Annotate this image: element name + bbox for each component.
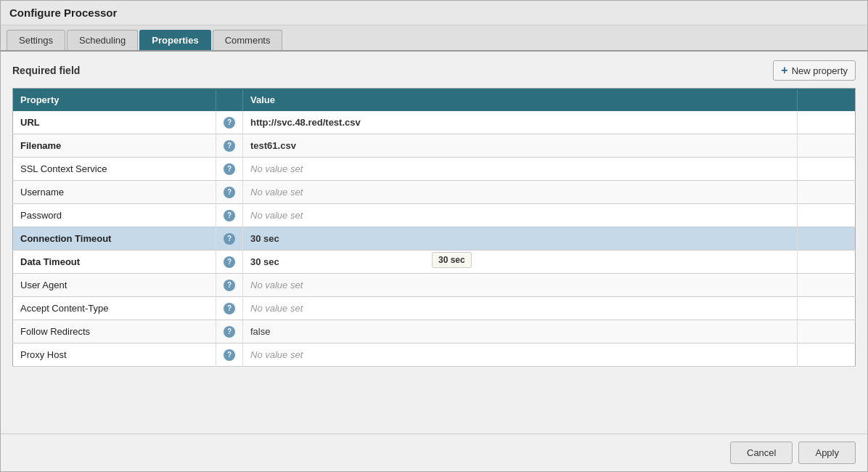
tab-properties[interactable]: Properties (139, 30, 210, 50)
tab-scheduling[interactable]: Scheduling (67, 30, 138, 50)
table-row: URL?http://svc.48.red/test.csv (13, 111, 856, 134)
property-name: Follow Redirects (13, 320, 216, 343)
property-name: User Agent (13, 274, 216, 297)
property-value[interactable]: http://svc.48.red/test.csv (243, 111, 798, 134)
row-actions-cell (798, 274, 856, 297)
row-actions-cell (798, 251, 856, 274)
section-header: Required field + New property (12, 60, 856, 81)
row-actions-cell (798, 320, 856, 343)
help-icon-cell: ? (216, 158, 243, 181)
help-icon[interactable]: ? (224, 140, 235, 152)
row-actions-cell (798, 343, 856, 367)
no-value-label: No value set (250, 303, 303, 314)
row-actions-cell (798, 297, 856, 320)
dialog-footer: Cancel Apply (1, 434, 867, 471)
table-row: Follow Redirects?false (13, 320, 856, 343)
configure-processor-dialog: Configure Processor SettingsSchedulingPr… (0, 0, 868, 472)
table-row: Proxy Host?No value set (13, 343, 856, 367)
property-name: Filename (13, 134, 216, 158)
col-property: Property (13, 89, 216, 112)
no-value-label: No value set (250, 187, 303, 198)
new-property-button[interactable]: + New property (773, 60, 856, 81)
help-icon[interactable]: ? (224, 117, 235, 129)
property-value[interactable]: 30 sec (243, 227, 798, 251)
help-icon-cell: ? (216, 274, 243, 297)
tab-bar: SettingsSchedulingPropertiesComments (1, 25, 867, 52)
property-name: Username (13, 181, 216, 204)
apply-button[interactable]: Apply (798, 442, 856, 464)
new-property-label: New property (792, 65, 848, 76)
property-value[interactable]: No value set (243, 343, 798, 367)
property-value[interactable]: 30 sec30 sec (243, 251, 798, 274)
property-name: SSL Context Service (13, 158, 216, 181)
property-value[interactable]: No value set (243, 204, 798, 227)
help-icon-cell: ? (216, 251, 243, 274)
table-row: Data Timeout?30 sec30 sec (13, 251, 856, 274)
table-row: Accept Content-Type?No value set (13, 297, 856, 320)
property-name: Data Timeout (13, 251, 216, 274)
help-icon[interactable]: ? (224, 187, 235, 198)
no-value-label: No value set (250, 163, 303, 174)
property-value[interactable]: test61.csv (243, 134, 798, 158)
row-actions-cell (798, 181, 856, 204)
row-actions-cell (798, 134, 856, 158)
help-icon-cell: ? (216, 343, 243, 367)
row-actions-cell (798, 227, 856, 251)
dialog-title: Configure Processor (1, 1, 867, 25)
help-icon[interactable]: ? (224, 303, 235, 314)
help-icon[interactable]: ? (224, 349, 235, 361)
plus-icon: + (781, 64, 787, 77)
tooltip-box: 30 sec (432, 252, 472, 268)
help-icon-cell: ? (216, 111, 243, 134)
help-icon[interactable]: ? (224, 280, 235, 291)
property-name: Proxy Host (13, 343, 216, 367)
property-name: URL (13, 111, 216, 134)
col-value: Value (243, 89, 798, 112)
col-actions (798, 89, 856, 112)
help-icon-cell: ? (216, 134, 243, 158)
help-icon[interactable]: ? (224, 163, 235, 175)
no-value-label: No value set (250, 349, 303, 360)
properties-table: Property Value URL?http://svc.48.red/tes… (12, 88, 856, 367)
property-value[interactable]: No value set (243, 297, 798, 320)
help-icon-cell: ? (216, 227, 243, 251)
table-row: Username?No value set (13, 181, 856, 204)
row-actions-cell (798, 204, 856, 227)
row-actions-cell (798, 158, 856, 181)
tab-comments[interactable]: Comments (213, 30, 283, 50)
property-value[interactable]: false (243, 320, 798, 343)
property-value[interactable]: No value set (243, 274, 798, 297)
help-icon[interactable]: ? (224, 210, 235, 221)
table-row: Password?No value set (13, 204, 856, 227)
table-row: Connection Timeout?30 sec (13, 227, 856, 251)
property-value[interactable]: No value set (243, 158, 798, 181)
table-row: User Agent?No value set (13, 274, 856, 297)
property-value[interactable]: No value set (243, 181, 798, 204)
no-value-label: No value set (250, 210, 303, 221)
help-icon[interactable]: ? (224, 256, 235, 268)
help-icon-cell: ? (216, 204, 243, 227)
row-actions-cell (798, 111, 856, 134)
table-row: SSL Context Service?No value set (13, 158, 856, 181)
content-area: Required field + New property Property V… (1, 52, 867, 434)
help-icon-cell: ? (216, 297, 243, 320)
help-icon-cell: ? (216, 320, 243, 343)
table-row: Filename?test61.csv (13, 134, 856, 158)
help-icon[interactable]: ? (224, 233, 235, 245)
property-name: Accept Content-Type (13, 297, 216, 320)
property-name: Password (13, 204, 216, 227)
required-field-label: Required field (12, 65, 80, 76)
tab-settings[interactable]: Settings (7, 30, 65, 50)
help-icon-cell: ? (216, 181, 243, 204)
help-icon[interactable]: ? (224, 326, 235, 338)
col-icon-spacer (216, 89, 243, 112)
property-name: Connection Timeout (13, 227, 216, 251)
cancel-button[interactable]: Cancel (730, 442, 793, 464)
no-value-label: No value set (250, 280, 303, 290)
